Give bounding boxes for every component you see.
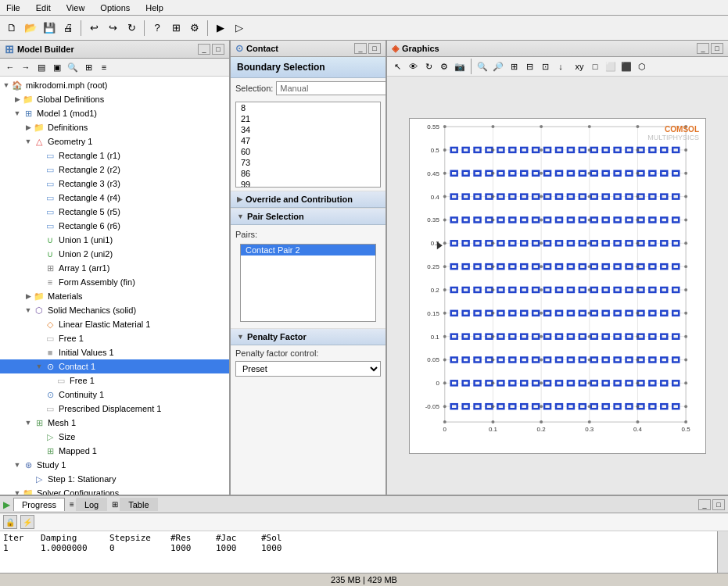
gfx-xy-btn[interactable]: xy [572,59,586,73]
gfx-rotate-btn[interactable]: ↻ [421,59,436,73]
tree-node-array1[interactable]: ⊞Array 1 (arr1) [0,261,229,275]
undo-button[interactable]: ↩ [85,20,102,37]
gfx-select-btn[interactable]: ↖ [390,59,404,73]
gfx-camera-btn[interactable]: 📷 [453,59,467,73]
maximize-contact-btn[interactable]: □ [368,43,381,54]
minimize-graphics-btn[interactable]: _ [697,43,709,54]
menu-file[interactable]: File [3,2,23,13]
run-btn[interactable]: ▷ [231,20,248,37]
toggle-solid_mech[interactable]: ▼ [23,306,33,314]
tree-collapse-btn[interactable]: ▣ [50,60,64,74]
tree-node-rect4[interactable]: ▭Rectangle 4 (r4) [0,191,229,205]
gfx-export-btn[interactable]: ⬡ [635,59,649,73]
boundary-item-99[interactable]: 99 [236,179,380,188]
tree-node-rect1[interactable]: ▭Rectangle 1 (r1) [0,148,229,163]
minimize-model-btn[interactable]: _ [198,44,210,55]
toggle-global_defs[interactable]: ▶ [13,95,22,103]
tree-node-formassembly[interactable]: ≡Form Assembly (fin) [0,275,229,289]
tree-area[interactable]: ▼🏠mikrodomi.mph (root)▶📁Global Definitio… [0,77,229,495]
gfx-xz-btn[interactable]: □ [588,59,602,73]
build-btn[interactable]: ▶ [212,20,229,37]
tree-back-btn[interactable]: ← [3,60,17,74]
tab-log[interactable]: Log [76,498,107,511]
boundary-item-21[interactable]: 21 [236,113,380,124]
tree-node-geom1[interactable]: ▼△Geometry 1 [0,134,229,148]
bottom-maximize-btn[interactable]: □ [712,499,725,510]
toggle-geom1[interactable]: ▼ [23,138,33,145]
toggle-model1[interactable]: ▼ [13,109,22,117]
menu-view[interactable]: View [63,2,88,13]
bottom-minimize-btn[interactable]: _ [698,499,711,510]
maximize-model-btn[interactable]: □ [212,44,224,55]
bottom-log-content[interactable]: Iter Damping Stepsize #Res #Jac #Sol 1 1… [0,531,717,573]
tree-node-root[interactable]: ▼🏠mikrodomi.mph (root) [0,78,229,92]
tree-node-mesh1[interactable]: ▼⊞Mesh 1 [0,416,229,430]
bottom-clear-btn[interactable]: ⚡ [20,515,34,529]
penalty-select[interactable]: Preset [235,361,381,377]
tab-progress[interactable]: Progress [13,498,65,511]
pair-item-contact-pair-2[interactable]: Contact Pair 2 [241,245,375,255]
tree-node-rect2[interactable]: ▭Rectangle 2 (r2) [0,163,229,177]
tree-filter-btn[interactable]: ⊞ [81,60,95,74]
gfx-zoom-fit-btn[interactable]: ⊞ [507,59,521,73]
tree-node-initial_values[interactable]: ■Initial Values 1 [0,345,229,359]
override-contribution-header[interactable]: ▶ Override and Contribution [231,191,386,208]
pair-selection-header[interactable]: ▼ Pair Selection [231,208,386,225]
boundary-list[interactable]: 821344760738699 [235,102,381,188]
gfx-arrow-btn[interactable]: ↓ [554,59,568,73]
add-btn[interactable]: ⊞ [167,20,185,37]
tree-node-materials[interactable]: ▶📁Materials [0,289,229,303]
boundary-item-8[interactable]: 8 [236,102,380,113]
tree-node-rect5[interactable]: ▭Rectangle 5 (r5) [0,205,229,219]
boundary-item-47[interactable]: 47 [236,135,380,146]
tree-node-study1[interactable]: ▼⊛Study 1 [0,458,229,472]
tree-more-btn[interactable]: ≡ [97,60,111,74]
gfx-reset-btn[interactable]: ⊡ [538,59,552,73]
tree-expand-btn[interactable]: ▤ [34,60,48,74]
tree-node-free1[interactable]: ▭Free 1 [0,331,229,345]
toggle-solver_configs[interactable]: ▼ [13,489,22,495]
tree-node-contact1[interactable]: ▼⊙Contact 1 [0,359,229,373]
gfx-zoom-out-btn[interactable]: 🔎 [491,59,505,73]
toggle-materials[interactable]: ▶ [23,292,33,300]
tree-node-step1_stat[interactable]: ▷Step 1: Stationary [0,472,229,486]
print-button[interactable]: 🖨 [59,20,77,37]
contact-content[interactable]: Boundary Selection Selection: 8213447607… [231,57,386,495]
settings-btn[interactable]: ⚙ [186,20,203,37]
menu-help[interactable]: Help [142,2,167,13]
tree-node-rect6[interactable]: ▭Rectangle 6 (r6) [0,219,229,233]
toggle-definitions[interactable]: ▶ [23,123,33,131]
minimize-contact-btn[interactable]: _ [354,43,367,54]
bottom-scrollbar[interactable] [717,531,728,573]
tab-table[interactable]: Table [120,498,157,511]
toggle-study1[interactable]: ▼ [13,461,22,469]
tree-node-definitions[interactable]: ▶📁Definitions [0,120,229,134]
penalty-factor-header[interactable]: ▼ Penalty Factor [231,328,386,345]
maximize-graphics-btn[interactable]: □ [711,43,723,54]
tree-node-continuity1[interactable]: ⊙Continuity 1 [0,388,229,402]
tree-node-size[interactable]: ▷Size [0,430,229,444]
boundary-item-73[interactable]: 73 [236,157,380,168]
gfx-wire-btn[interactable]: ⬜ [604,59,618,73]
gfx-zoom-sel-btn[interactable]: ⊟ [522,59,536,73]
toggle-mesh1[interactable]: ▼ [23,419,33,427]
selection-input[interactable] [276,81,386,95]
boundary-item-86[interactable]: 86 [236,168,380,179]
boundary-item-60[interactable]: 60 [236,146,380,157]
menu-options[interactable]: Options [97,2,133,13]
tree-node-linear_elastic[interactable]: ◇Linear Elastic Material 1 [0,317,229,331]
toggle-contact1[interactable]: ▼ [34,363,44,370]
save-button[interactable]: 💾 [41,20,58,37]
gfx-zoom-in-btn[interactable]: 🔍 [475,59,490,73]
boundary-item-34[interactable]: 34 [236,124,380,135]
tree-node-model1[interactable]: ▼⊞Model 1 (mod1) [0,106,229,120]
tree-node-rect3[interactable]: ▭Rectangle 3 (r3) [0,177,229,191]
tree-node-solver_configs[interactable]: ▼📁Solver Configurations [0,486,229,495]
redo-button[interactable]: ↪ [104,20,121,37]
tree-forward-btn[interactable]: → [19,60,33,74]
gfx-gear-btn[interactable]: ⚙ [437,59,451,73]
bottom-lock-btn[interactable]: 🔒 [3,515,17,529]
new-button[interactable]: 🗋 [3,20,20,37]
graphics-area[interactable]: COMSOL MULTIPHYSICS [387,77,728,495]
menu-edit[interactable]: Edit [33,2,54,13]
